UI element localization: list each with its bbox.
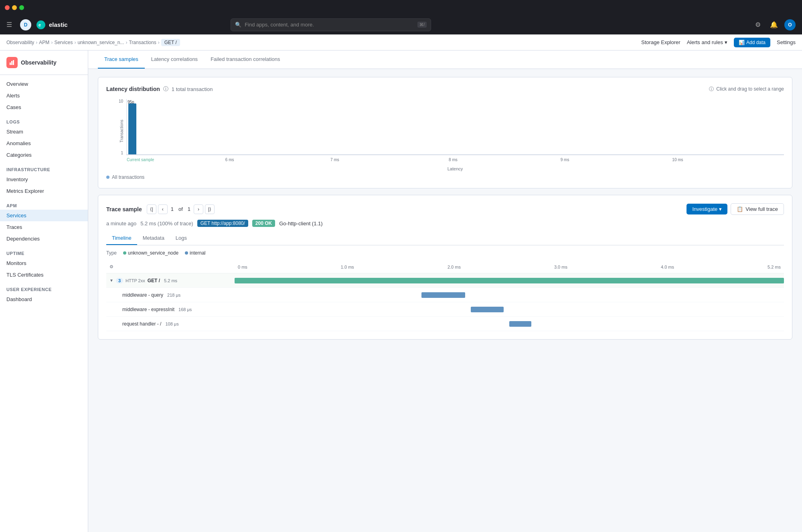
investigate-button[interactable]: Investigate ▾ <box>687 204 727 214</box>
breadcrumb-observability[interactable]: Observability <box>6 40 34 45</box>
metrics-explorer-label: Metrics Explorer <box>6 188 44 194</box>
table-row: middleware - expressInit 168 μs <box>106 302 784 317</box>
tls-label: TLS Certificates <box>6 272 43 278</box>
breadcrumb-current: GET / <box>161 39 180 46</box>
page-of: of <box>177 206 184 212</box>
tab-timeline[interactable]: Timeline <box>106 232 137 245</box>
settings-button[interactable]: Settings <box>777 39 796 45</box>
timeline-settings-icon[interactable]: ⚙ <box>109 264 113 269</box>
sidebar: Observability Overview Alerts Cases Logs… <box>0 51 88 532</box>
breadcrumb-apm[interactable]: APM <box>39 40 49 45</box>
trace-client: Go-http-client (1.1) <box>279 220 322 227</box>
sidebar-item-categories[interactable]: Categories <box>0 149 88 161</box>
logs-section-label: Logs <box>0 116 88 126</box>
sidebar-item-services[interactable]: Services <box>0 210 88 221</box>
view-full-trace-button[interactable]: 📋 View full trace <box>731 203 784 215</box>
sidebar-item-anomalies[interactable]: Anomalies <box>0 138 88 149</box>
dependencies-label: Dependencies <box>6 236 40 242</box>
services-label: Services <box>6 212 26 218</box>
y-mid: 1 <box>106 151 126 155</box>
ruler-4ms: 4.0 ms <box>661 265 674 269</box>
tab-metadata[interactable]: Metadata <box>137 232 170 245</box>
page-last-button[interactable]: |⟩ <box>205 204 215 214</box>
sidebar-item-traces[interactable]: Traces <box>0 221 88 233</box>
request-handler-duration: 108 μs <box>165 322 178 326</box>
sidebar-title: Observability <box>21 59 57 66</box>
sidebar-item-dependencies[interactable]: Dependencies <box>0 233 88 245</box>
add-data-button[interactable]: 📊 Add data <box>734 38 770 47</box>
help-icon[interactable]: ⚙ <box>752 19 764 30</box>
trace-url: GET http://app:8080/ <box>197 220 248 227</box>
latency-distribution-header: Latency distribution ⓘ 1 total transacti… <box>106 85 784 93</box>
latency-distribution-card: Latency distribution ⓘ 1 total transacti… <box>98 77 792 188</box>
tab-latency-correlations[interactable]: Latency correlations <box>145 51 204 69</box>
nav-icons: ⚙ 🔔 O <box>752 19 796 30</box>
close-button[interactable] <box>5 5 10 10</box>
tab-trace-samples[interactable]: Trace samples <box>98 51 145 69</box>
sidebar-item-monitors[interactable]: Monitors <box>0 257 88 269</box>
chart-plot[interactable]: 95p Current sample 6 ms 7 ms 8 ms 9 ms 1… <box>126 99 784 155</box>
latency-chart: 10 1 Transactions 95p Current sample <box>106 99 784 163</box>
search-input[interactable] <box>245 22 414 28</box>
x-label-8ms: 8 ms <box>449 158 458 162</box>
bell-icon[interactable]: 🔔 <box>768 19 780 30</box>
storage-explorer-button[interactable]: Storage Explorer <box>641 39 680 45</box>
anomalies-label: Anomalies <box>6 140 31 146</box>
sidebar-item-cases[interactable]: Cases <box>0 101 88 113</box>
type-label: Type <box>106 250 117 256</box>
hamburger-icon[interactable]: ☰ <box>6 21 12 28</box>
info-icon[interactable]: ⓘ <box>163 85 168 93</box>
trace-sample-title: Trace sample <box>106 206 142 212</box>
type-internal-label: internal <box>190 250 205 256</box>
nav-d-badge[interactable]: D <box>20 19 31 30</box>
middleware-express-duration: 168 μs <box>178 307 192 312</box>
sidebar-item-stream[interactable]: Stream <box>0 126 88 138</box>
y-max: 10 <box>106 99 126 103</box>
sidebar-item-dashboard[interactable]: Dashboard <box>0 293 88 305</box>
uptime-section-label: Uptime <box>0 248 88 257</box>
type-dot-internal <box>185 251 188 255</box>
search-bar[interactable]: 🔍 ⌘/ <box>231 18 431 31</box>
user-experience-section-label: User Experience <box>0 284 88 293</box>
breadcrumb-services[interactable]: Services <box>54 40 73 45</box>
sidebar-item-inventory[interactable]: Inventory <box>0 174 88 185</box>
page-first-button[interactable]: ⟨| <box>147 204 156 214</box>
type-service-label: unknown_service_node <box>128 250 178 256</box>
maximize-button[interactable] <box>19 5 24 10</box>
minimize-button[interactable] <box>12 5 17 10</box>
x-label-9ms: 9 ms <box>561 158 569 162</box>
page-prev-button[interactable]: ‹ <box>158 204 168 214</box>
page-current: 1 <box>169 206 175 212</box>
breadcrumb-transactions[interactable]: Transactions <box>129 40 156 45</box>
table-row: ▼ 3 HTTP 2xx GET / 5.2 ms <box>106 273 784 288</box>
sidebar-logo: Observability <box>0 57 88 75</box>
search-shortcut: ⌘/ <box>417 22 427 28</box>
user-avatar[interactable]: O <box>784 19 796 30</box>
expand-icon[interactable]: ▼ <box>109 278 113 283</box>
chevron-down-icon: ▾ <box>725 39 727 45</box>
chevron-down-icon: ▾ <box>719 206 722 212</box>
sidebar-item-tls[interactable]: TLS Certificates <box>0 269 88 281</box>
svg-rect-2 <box>10 63 11 65</box>
sidebar-item-alerts[interactable]: Alerts <box>0 90 88 101</box>
trace-sample-header: Trace sample ⟨| ‹ 1 of 1 › |⟩ Investigat… <box>106 203 784 215</box>
alerts-rules-button[interactable]: Alerts and rules ▾ <box>687 39 727 45</box>
ruler-2ms: 2.0 ms <box>448 265 461 269</box>
page-next-button[interactable]: › <box>194 204 203 214</box>
middleware-express-bar <box>471 307 504 312</box>
total-transactions: 1 total transaction <box>172 86 213 92</box>
breadcrumb-service[interactable]: unknown_service_n... <box>77 40 124 45</box>
sidebar-item-metrics-explorer[interactable]: Metrics Explorer <box>0 185 88 197</box>
app-layout: Observability Overview Alerts Cases Logs… <box>0 51 802 532</box>
categories-label: Categories <box>6 152 32 158</box>
sidebar-item-overview[interactable]: Overview <box>0 78 88 90</box>
trace-sample-card: Trace sample ⟨| ‹ 1 of 1 › |⟩ Investigat… <box>98 195 792 340</box>
middleware-express-label: middleware - expressInit <box>122 307 174 312</box>
middleware-query-duration: 218 μs <box>167 293 180 297</box>
svg-rect-3 <box>11 61 12 65</box>
drag-hint-icon: ⓘ <box>709 86 714 93</box>
tab-logs[interactable]: Logs <box>170 232 192 245</box>
legend-label: All transactions <box>112 174 144 180</box>
tab-failed-correlations[interactable]: Failed transaction correlations <box>204 51 286 69</box>
svg-text:e: e <box>38 22 41 27</box>
